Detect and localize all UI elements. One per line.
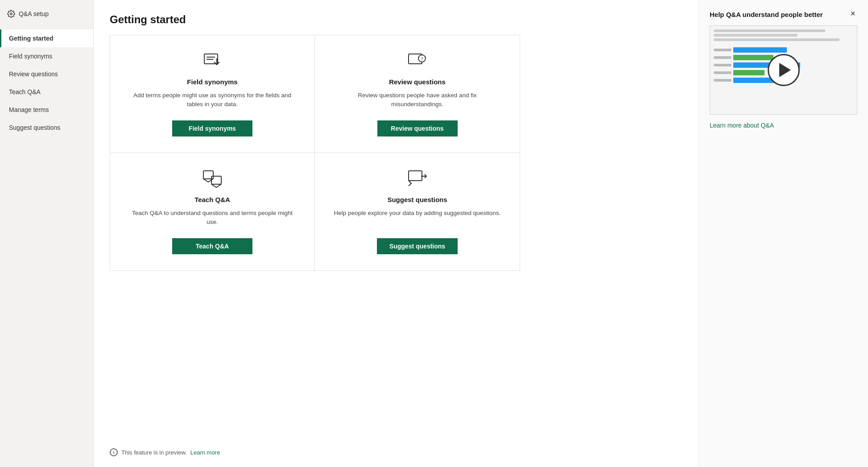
sidebar-item-field-synonyms[interactable]: Field synonyms bbox=[0, 47, 93, 65]
suggest-questions-card: Suggest questions Help people explore yo… bbox=[315, 153, 520, 271]
svg-text:?: ? bbox=[421, 56, 423, 62]
sidebar-header: Q&A setup bbox=[0, 0, 93, 28]
cards-bottom-row: Teach Q&A Teach Q&A to understand questi… bbox=[110, 153, 682, 271]
sidebar-item-review-questions[interactable]: Review questions bbox=[0, 65, 93, 83]
page-title: Getting started bbox=[110, 13, 682, 26]
field-synonyms-description: Add terms people might use as synonyms f… bbox=[128, 91, 297, 110]
review-questions-icon: ? bbox=[407, 50, 428, 71]
footer: i This feature is in preview. Learn more bbox=[110, 448, 220, 456]
field-synonyms-card: Field synonyms Add terms people might us… bbox=[110, 35, 315, 153]
right-panel: Help Q&A understand people better bbox=[699, 0, 868, 467]
sidebar-nav: Getting started Field synonyms Review qu… bbox=[0, 29, 93, 136]
field-synonyms-title: Field synonyms bbox=[187, 78, 237, 86]
thumb-bar-label-1 bbox=[714, 49, 732, 51]
teach-qa-card: Teach Q&A Teach Q&A to understand questi… bbox=[110, 153, 315, 271]
gear-icon bbox=[7, 10, 15, 18]
field-synonyms-icon bbox=[202, 50, 223, 71]
thumb-bar-label-4 bbox=[714, 71, 732, 74]
sidebar-item-manage-terms[interactable]: Manage terms bbox=[0, 101, 93, 119]
main-header: Getting started bbox=[94, 0, 699, 35]
close-button[interactable]: × bbox=[848, 7, 857, 20]
thumb-bar-row-1 bbox=[714, 47, 853, 53]
review-questions-title: Review questions bbox=[389, 78, 446, 86]
field-synonyms-button[interactable]: Field synonyms bbox=[172, 120, 252, 136]
thumb-bar-2 bbox=[733, 55, 773, 60]
cards-area: Field synonyms Add terms people might us… bbox=[94, 35, 699, 467]
learn-more-qa-link[interactable]: Learn more about Q&A bbox=[710, 122, 857, 129]
suggest-questions-description: Help people explore your data by adding … bbox=[334, 209, 501, 227]
info-icon: i bbox=[110, 448, 118, 456]
footer-learn-more-link[interactable]: Learn more bbox=[190, 449, 220, 456]
thumb-bar-label-2 bbox=[714, 56, 732, 59]
review-questions-button[interactable]: Review questions bbox=[377, 120, 458, 136]
review-questions-description: Review questions people have asked and f… bbox=[333, 91, 502, 110]
thumb-line-1 bbox=[714, 29, 825, 32]
teach-qa-icon bbox=[202, 167, 223, 189]
review-questions-card: ? Review questions Review questions peop… bbox=[315, 35, 520, 153]
footer-text: This feature is in preview. bbox=[121, 449, 187, 456]
thumb-line-2 bbox=[714, 34, 798, 37]
thumb-bar-1 bbox=[733, 47, 787, 53]
play-triangle-icon bbox=[779, 63, 791, 77]
suggest-questions-button[interactable]: Suggest questions bbox=[377, 238, 458, 254]
teach-qa-title: Teach Q&A bbox=[194, 196, 230, 203]
svg-point-0 bbox=[10, 13, 12, 15]
sidebar: Q&A setup Getting started Field synonyms… bbox=[0, 0, 94, 467]
sidebar-item-suggest-questions[interactable]: Suggest questions bbox=[0, 119, 93, 136]
suggest-questions-icon bbox=[407, 167, 428, 189]
sidebar-item-teach-qa[interactable]: Teach Q&A bbox=[0, 83, 93, 101]
teach-qa-button[interactable]: Teach Q&A bbox=[172, 238, 252, 254]
suggest-questions-title: Suggest questions bbox=[387, 196, 447, 203]
thumb-line-3 bbox=[714, 38, 839, 41]
main-content: Getting started Field synonyms Add terms… bbox=[94, 0, 699, 467]
thumb-bar-label-5 bbox=[714, 79, 732, 82]
svg-rect-10 bbox=[409, 171, 422, 181]
sidebar-app-title: Q&A setup bbox=[19, 10, 49, 17]
thumb-bar-label-3 bbox=[714, 64, 732, 66]
sidebar-item-getting-started[interactable]: Getting started bbox=[0, 29, 93, 47]
play-button-overlay[interactable] bbox=[768, 54, 800, 86]
video-thumbnail[interactable] bbox=[710, 25, 857, 115]
teach-qa-description: Teach Q&A to understand questions and te… bbox=[128, 209, 297, 227]
cards-top-row: Field synonyms Add terms people might us… bbox=[110, 35, 682, 153]
right-panel-title: Help Q&A understand people better bbox=[710, 11, 857, 18]
thumb-bar-4 bbox=[733, 70, 765, 75]
